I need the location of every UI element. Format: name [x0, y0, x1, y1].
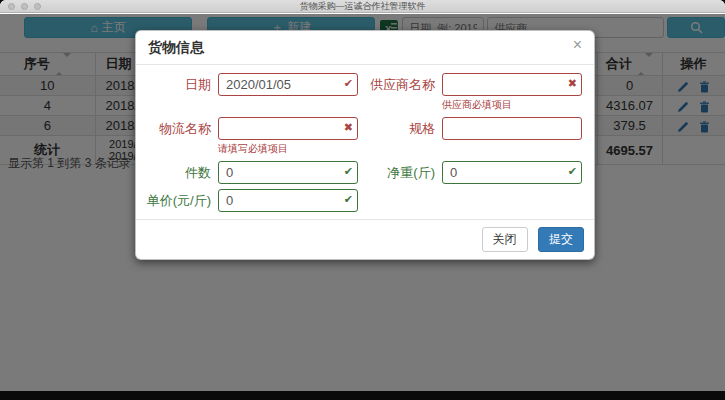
pieces-field-group: 件数 ✔	[146, 161, 360, 184]
supplier-input[interactable]	[442, 73, 582, 96]
weight-input[interactable]	[442, 161, 582, 184]
logistics-field-group: 物流名称 ✖ 请填写必填项目	[146, 117, 360, 156]
window-title: 货物采购—运诚合作社管理软件	[0, 0, 725, 13]
check-icon: ✔	[344, 165, 353, 178]
date-label: 日期	[146, 73, 218, 96]
close-icon[interactable]: ×	[573, 38, 582, 52]
modal-submit-button[interactable]: 提交	[538, 227, 584, 252]
modal-title: 货物信息	[148, 39, 204, 57]
modal-close-button[interactable]: 关闭	[482, 227, 528, 252]
close-window-button[interactable]	[8, 3, 15, 10]
titlebar: 货物采购—运诚合作社管理软件	[0, 0, 725, 13]
weight-field-group: 净重(斤) ✔	[370, 161, 584, 184]
supplier-field-group: 供应商名称 ✖ 供应商必填项目	[370, 73, 584, 112]
spec-label: 规格	[370, 117, 442, 140]
pieces-input[interactable]	[218, 161, 358, 184]
weight-label: 净重(斤)	[370, 161, 442, 184]
cargo-info-modal: 货物信息 × 日期 ✔ 供应商名称 ✖ 供应商必填项目	[135, 30, 595, 260]
check-icon: ✔	[568, 165, 577, 178]
price-field-group: 单价(元/斤) ✔	[146, 189, 360, 212]
cross-icon: ✖	[568, 77, 577, 90]
modal-body: 日期 ✔ 供应商名称 ✖ 供应商必填项目 物流名称	[136, 65, 594, 219]
date-input[interactable]	[218, 73, 358, 96]
app-window: 货物采购—运诚合作社管理软件 ⌂ 主页 ＋ 新建 X	[0, 0, 725, 391]
date-field-group: 日期 ✔	[146, 73, 360, 112]
cross-icon: ✖	[344, 121, 353, 134]
modal-header: 货物信息 ×	[136, 31, 594, 65]
logistics-validation-hint: 请填写必填项目	[218, 142, 358, 156]
minimize-window-button[interactable]	[21, 3, 28, 10]
price-label: 单价(元/斤)	[146, 189, 218, 212]
zoom-window-button[interactable]	[34, 3, 41, 10]
price-input[interactable]	[218, 189, 358, 212]
spec-field-group: 规格	[370, 117, 584, 156]
logistics-input[interactable]	[218, 117, 358, 140]
logistics-label: 物流名称	[146, 117, 218, 140]
spec-input[interactable]	[442, 117, 582, 140]
check-icon: ✔	[344, 77, 353, 90]
supplier-validation-hint: 供应商必填项目	[442, 98, 582, 112]
pieces-label: 件数	[146, 161, 218, 184]
traffic-lights	[8, 3, 41, 10]
check-icon: ✔	[344, 193, 353, 206]
supplier-label: 供应商名称	[370, 73, 442, 96]
modal-footer: 关闭 提交	[136, 219, 594, 259]
